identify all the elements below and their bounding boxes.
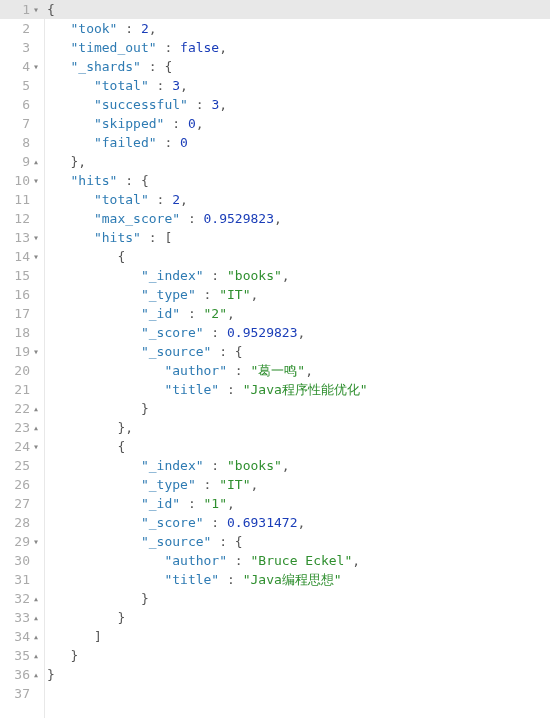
gutter-line: 9▴ [0, 152, 44, 171]
line-number: 34 [8, 627, 30, 646]
code-line[interactable]: "title" : "Java程序性能优化" [45, 380, 550, 399]
line-number: 8 [8, 133, 30, 152]
code-line[interactable]: { [45, 0, 550, 19]
token-key: "_id" [141, 306, 180, 321]
token-ws [47, 268, 141, 283]
code-line[interactable]: ] [45, 627, 550, 646]
fold-toggle-icon[interactable]: ▾ [30, 5, 42, 15]
code-line[interactable]: "timed_out" : false, [45, 38, 550, 57]
line-number: 29 [8, 532, 30, 551]
token-key: "hits" [70, 173, 117, 188]
token-key: "_source" [141, 534, 211, 549]
code-line[interactable]: "skipped" : 0, [45, 114, 550, 133]
code-line[interactable]: "successful" : 3, [45, 95, 550, 114]
code-line[interactable]: "_score" : 0.9529823, [45, 323, 550, 342]
fold-toggle-icon[interactable]: ▴ [30, 404, 42, 414]
code-line[interactable]: "took" : 2, [45, 19, 550, 38]
code-line[interactable]: "author" : "葛一鸣", [45, 361, 550, 380]
token-punct: , [352, 553, 360, 568]
code-line[interactable]: "_id" : "1", [45, 494, 550, 513]
code-line[interactable]: "total" : 3, [45, 76, 550, 95]
code-line[interactable]: "hits" : { [45, 171, 550, 190]
code-line[interactable]: "_type" : "IT", [45, 285, 550, 304]
code-line[interactable]: "_index" : "books", [45, 456, 550, 475]
code-line[interactable]: } [45, 665, 550, 684]
code-line[interactable]: "failed" : 0 [45, 133, 550, 152]
token-num: 2 [141, 21, 149, 36]
fold-toggle-icon[interactable]: ▾ [30, 62, 42, 72]
gutter-line: 28 [0, 513, 44, 532]
fold-toggle-icon[interactable]: ▾ [30, 537, 42, 547]
token-punct: , [227, 496, 235, 511]
line-number: 19 [8, 342, 30, 361]
line-number: 23 [8, 418, 30, 437]
gutter-line: 33▴ [0, 608, 44, 627]
token-key: "_type" [141, 287, 196, 302]
token-punct: , [180, 192, 188, 207]
token-punct: , [219, 40, 227, 55]
code-line[interactable]: } [45, 646, 550, 665]
fold-toggle-icon[interactable]: ▾ [30, 176, 42, 186]
code-line[interactable]: "author" : "Bruce Eckel", [45, 551, 550, 570]
token-punct: : [180, 211, 203, 226]
fold-toggle-icon[interactable]: ▾ [30, 442, 42, 452]
code-line[interactable]: } [45, 589, 550, 608]
gutter-line: 32▴ [0, 589, 44, 608]
line-number: 22 [8, 399, 30, 418]
code-editor[interactable]: 1▾234▾56789▴10▾111213▾14▾1516171819▾2021… [0, 0, 550, 718]
code-line[interactable]: } [45, 608, 550, 627]
line-number: 6 [8, 95, 30, 114]
gutter-line: 3 [0, 38, 44, 57]
token-key: "_index" [141, 268, 204, 283]
token-str: "2" [204, 306, 227, 321]
code-line[interactable]: } [45, 399, 550, 418]
fold-toggle-icon[interactable]: ▴ [30, 632, 42, 642]
gutter-line: 2 [0, 19, 44, 38]
token-punct: ] [94, 629, 102, 644]
code-line[interactable]: "total" : 2, [45, 190, 550, 209]
token-punct: } [117, 610, 125, 625]
fold-toggle-icon[interactable]: ▴ [30, 670, 42, 680]
code-line[interactable]: "hits" : [ [45, 228, 550, 247]
gutter: 1▾234▾56789▴10▾111213▾14▾1516171819▾2021… [0, 0, 45, 718]
code-line[interactable]: "_type" : "IT", [45, 475, 550, 494]
token-punct: , [305, 363, 313, 378]
token-ws [47, 287, 141, 302]
fold-toggle-icon[interactable]: ▴ [30, 613, 42, 623]
line-number: 25 [8, 456, 30, 475]
code-line[interactable]: }, [45, 418, 550, 437]
code-line[interactable] [45, 684, 550, 703]
token-key: "title" [164, 382, 219, 397]
code-line[interactable]: "max_score" : 0.9529823, [45, 209, 550, 228]
gutter-line: 31 [0, 570, 44, 589]
token-num: 0 [180, 135, 188, 150]
code-line[interactable]: "_source" : { [45, 532, 550, 551]
token-key: "_score" [141, 325, 204, 340]
code-line[interactable]: "title" : "Java编程思想" [45, 570, 550, 589]
code-line[interactable]: { [45, 247, 550, 266]
fold-toggle-icon[interactable]: ▾ [30, 347, 42, 357]
fold-toggle-icon[interactable]: ▴ [30, 157, 42, 167]
code-line[interactable]: "_source" : { [45, 342, 550, 361]
gutter-line: 27 [0, 494, 44, 513]
fold-toggle-icon[interactable]: ▾ [30, 233, 42, 243]
fold-toggle-icon[interactable]: ▴ [30, 423, 42, 433]
line-number: 1 [8, 0, 30, 19]
code-line[interactable]: }, [45, 152, 550, 171]
code-line[interactable]: "_index" : "books", [45, 266, 550, 285]
token-punct: : [204, 458, 227, 473]
code-area[interactable]: { "took" : 2, "timed_out" : false, "_sha… [45, 0, 550, 718]
fold-toggle-icon[interactable]: ▴ [30, 594, 42, 604]
code-line[interactable]: { [45, 437, 550, 456]
code-line[interactable]: "_shards" : { [45, 57, 550, 76]
fold-toggle-icon[interactable]: ▾ [30, 252, 42, 262]
token-ws [47, 135, 94, 150]
token-punct: : { [117, 173, 148, 188]
token-punct: : { [211, 344, 242, 359]
code-line[interactable]: "_id" : "2", [45, 304, 550, 323]
token-punct: : { [141, 59, 172, 74]
token-str: "Bruce Eckel" [251, 553, 353, 568]
line-number: 31 [8, 570, 30, 589]
code-line[interactable]: "_score" : 0.6931472, [45, 513, 550, 532]
fold-toggle-icon[interactable]: ▴ [30, 651, 42, 661]
